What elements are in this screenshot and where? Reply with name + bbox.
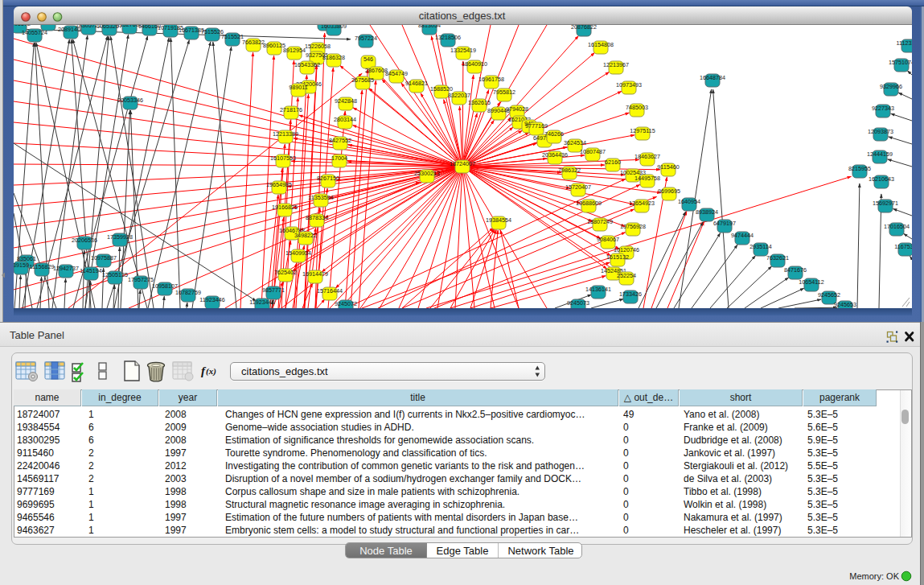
svg-text:10807487: 10807487 — [580, 148, 606, 155]
svg-text:8878334: 8878334 — [306, 214, 328, 221]
svg-text:8267150: 8267150 — [317, 175, 339, 182]
svg-text:1640954: 1640954 — [678, 198, 700, 205]
svg-text:18807249: 18807249 — [587, 218, 613, 225]
svg-text:3675685: 3675685 — [351, 76, 374, 84]
svg-text:9794028: 9794028 — [506, 105, 528, 113]
svg-text:9146821: 9146821 — [405, 80, 428, 87]
svg-text:10973493: 10973493 — [616, 81, 642, 89]
svg-text:20053346: 20053346 — [117, 97, 143, 104]
svg-text:17957275: 17957275 — [128, 276, 154, 283]
svg-text:10756928: 10756928 — [620, 223, 646, 230]
svg-text:17004: 17004 — [331, 154, 347, 162]
svg-text:12942737: 12942737 — [53, 265, 79, 272]
svg-text:13218506: 13218506 — [435, 34, 461, 41]
svg-text:15692971: 15692971 — [873, 200, 898, 207]
svg-text:19166825: 19166825 — [272, 204, 298, 211]
svg-text:9245653: 9245653 — [834, 301, 856, 308]
svg-text:8454749: 8454749 — [385, 70, 408, 77]
svg-text:1167533: 1167533 — [894, 243, 912, 250]
svg-text:15226058: 15226058 — [305, 43, 331, 50]
svg-text:7485003: 7485003 — [626, 104, 648, 111]
svg-text:16210643: 16210643 — [869, 175, 894, 183]
svg-text:9245652: 9245652 — [818, 291, 840, 299]
svg-text:10688609: 10688609 — [576, 200, 602, 207]
svg-text:19654985: 19654985 — [266, 181, 292, 188]
svg-text:14136141: 14136141 — [585, 286, 611, 293]
svg-text:12444159: 12444159 — [867, 150, 893, 158]
svg-text:16961758: 16961758 — [478, 76, 504, 83]
svg-text:9242848: 9242848 — [335, 97, 357, 105]
svg-text:746266: 746266 — [544, 130, 564, 138]
svg-text:9699695: 9699695 — [658, 187, 680, 195]
svg-text:10120746: 10120746 — [614, 246, 639, 253]
svg-text:7515521: 7515521 — [221, 33, 244, 40]
svg-text:16782759: 16782759 — [175, 289, 201, 296]
svg-text:7986322: 7986322 — [558, 167, 581, 174]
svg-text:3624534: 3624534 — [564, 139, 586, 146]
svg-text:1145194: 1145194 — [80, 267, 101, 274]
svg-text:12213389: 12213389 — [273, 130, 298, 138]
svg-text:7625402: 7625402 — [274, 269, 297, 276]
svg-text:16543362: 16543362 — [294, 61, 320, 68]
svg-text:16648784: 16648784 — [700, 74, 725, 81]
svg-text:15751074: 15751074 — [889, 59, 912, 66]
svg-text:2803144: 2803144 — [334, 116, 356, 123]
svg-text:16033809: 16033809 — [321, 25, 347, 30]
svg-text:7957224: 7957224 — [355, 35, 377, 42]
svg-text:12975115: 12975115 — [630, 127, 655, 134]
svg-text:16914479: 16914479 — [302, 270, 328, 278]
svg-text:8471676: 8471676 — [784, 266, 807, 274]
svg-text:11923446: 11923446 — [199, 296, 224, 303]
svg-text:6479197: 6479197 — [713, 220, 736, 227]
svg-text:9857771: 9857771 — [262, 286, 285, 294]
svg-text:8322037: 8322037 — [448, 92, 470, 99]
svg-text:17359928: 17359928 — [107, 233, 133, 241]
svg-text:9115460: 9115460 — [657, 163, 679, 171]
svg-text:15716444: 15716444 — [317, 287, 343, 295]
svg-text:546: 546 — [363, 56, 373, 63]
svg-text:14495758: 14495758 — [634, 175, 660, 182]
svg-text:17016504: 17016504 — [884, 223, 910, 230]
svg-text:9777169: 9777169 — [525, 122, 548, 130]
svg-text:8813054: 8813054 — [418, 25, 441, 29]
svg-text:18724007: 18724007 — [450, 160, 475, 167]
svg-text:13654923: 13654923 — [629, 200, 655, 207]
svg-text:7515526: 7515526 — [201, 28, 224, 35]
svg-text:11123344: 11123344 — [897, 39, 912, 47]
svg-text:16107553: 16107553 — [270, 154, 296, 162]
svg-text:1733426: 1733426 — [619, 290, 642, 298]
svg-text:9245073: 9245073 — [567, 299, 589, 307]
svg-text:1362615: 1362615 — [468, 99, 491, 106]
svg-text:9084067: 9084067 — [597, 236, 619, 243]
svg-text:8960125: 8960125 — [263, 42, 285, 49]
svg-text:10654112: 10654112 — [799, 278, 823, 286]
svg-text:15409934: 15409934 — [285, 249, 311, 257]
svg-text:7955812: 7955812 — [493, 89, 515, 96]
svg-text:11156829: 11156829 — [30, 263, 55, 270]
svg-text:19384554: 19384554 — [486, 216, 511, 224]
svg-text:3498222: 3498222 — [294, 232, 317, 239]
svg-text:8912954: 8912954 — [283, 47, 306, 54]
svg-text:12213967: 12213967 — [603, 61, 629, 68]
svg-text:10958107: 10958107 — [152, 282, 178, 290]
svg-text:9474444: 9474444 — [731, 232, 754, 239]
svg-text:(x): (x) — [206, 366, 216, 377]
svg-text:11353594: 11353594 — [308, 194, 333, 201]
svg-text:20364436: 20364436 — [542, 151, 568, 159]
svg-text:2718176: 2718176 — [280, 106, 302, 113]
svg-text:20206536: 20206536 — [72, 237, 97, 244]
svg-text:10975887: 10975887 — [91, 254, 117, 262]
svg-text:8427552: 8427552 — [329, 137, 351, 144]
svg-text:18640910: 18640910 — [462, 60, 487, 68]
svg-text:1405572: 1405572 — [14, 25, 31, 27]
svg-text:9245072: 9245072 — [335, 300, 357, 307]
svg-text:7663822: 7663822 — [242, 39, 265, 46]
svg-text:12505135: 12505135 — [102, 271, 128, 278]
svg-text:16154808: 16154808 — [588, 41, 614, 48]
svg-text:9329966: 9329966 — [880, 83, 902, 90]
svg-text:2935114: 2935114 — [749, 243, 771, 250]
svg-text:8186328: 8186328 — [322, 54, 345, 61]
svg-text:18463627: 18463627 — [634, 153, 660, 160]
svg-text:8938924: 8938924 — [696, 208, 718, 216]
svg-text:252254: 252254 — [617, 272, 636, 279]
